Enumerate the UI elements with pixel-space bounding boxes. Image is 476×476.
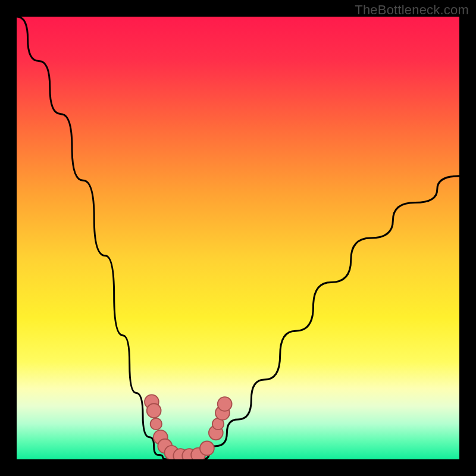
data-marker xyxy=(218,397,232,411)
curve-path xyxy=(17,17,459,459)
data-marker xyxy=(147,403,161,418)
watermark-text: TheBottleneck.com xyxy=(355,2,469,18)
bottleneck-curve xyxy=(17,17,459,459)
chart-area xyxy=(17,17,459,459)
data-marker xyxy=(151,418,162,430)
data-markers xyxy=(145,394,232,459)
data-marker xyxy=(200,441,214,455)
curves-layer xyxy=(17,17,459,459)
